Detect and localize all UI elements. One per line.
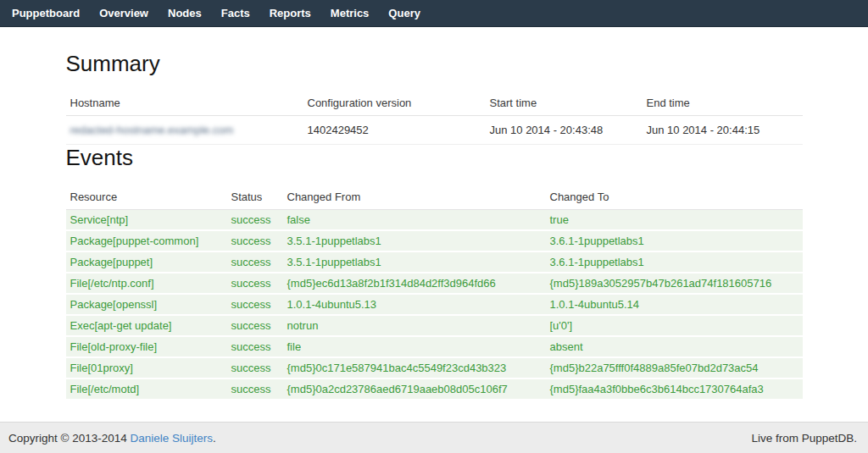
event-row: File[/etc/motd] success {md5}0a2cd23786a… <box>66 378 803 400</box>
event-row: File[01proxy] success {md5}0c171e587941b… <box>66 357 803 378</box>
event-status: success <box>227 294 283 315</box>
event-row: Exec[apt-get update] success notrun [u'0… <box>66 315 803 336</box>
event-resource: Service[ntp] <box>66 210 227 231</box>
nav-item-overview[interactable]: Overview <box>99 7 148 19</box>
event-changed-from: 3.5.1-1puppetlabs1 <box>283 230 546 251</box>
event-changed-to: {md5}b22a75fff0f4889a85fe07bd2d73ac54 <box>546 357 803 378</box>
event-resource: File[/etc/ntp.conf] <box>66 273 227 294</box>
event-resource: Package[puppet-common] <box>66 230 227 251</box>
summary-table: Hostname Configuration version Start tim… <box>66 92 803 145</box>
event-changed-from: {md5}ec6d13a8f2b1f314d84d2ff3d964fd66 <box>283 273 546 294</box>
event-status: success <box>227 378 283 400</box>
events-col-resource: Resource <box>66 186 227 210</box>
event-changed-from: notrun <box>283 315 546 336</box>
copyright-text: Copyright © 2013-2014 <box>8 432 131 445</box>
page-footer: Copyright © 2013-2014 Daniele Sluijters.… <box>0 422 868 453</box>
event-row: Service[ntp] success false true <box>66 210 803 231</box>
event-changed-to: [u'0'] <box>546 315 803 336</box>
events-heading: Events <box>66 145 803 171</box>
summary-end-time: Jun 10 2014 - 20:44:15 <box>643 116 803 145</box>
events-col-status: Status <box>227 186 283 210</box>
brand-puppetboard[interactable]: Puppetboard <box>12 7 80 19</box>
event-resource: Exec[apt-get update] <box>66 315 227 336</box>
summary-start-time: Jun 10 2014 - 20:43:48 <box>486 116 643 145</box>
event-row: File[old-proxy-file] success file absent <box>66 336 803 357</box>
event-changed-from: false <box>283 210 546 231</box>
event-resource: Package[openssl] <box>66 294 227 315</box>
event-row: Package[openssl] success 1.0.1-4ubuntu5.… <box>66 294 803 315</box>
nav-item-facts[interactable]: Facts <box>221 7 250 19</box>
summary-row: redacted-hostname.example.com 1402429452… <box>66 116 803 145</box>
event-changed-to: 3.6.1-1puppetlabs1 <box>546 230 803 251</box>
nav-item-query[interactable]: Query <box>388 7 420 19</box>
copyright-period: . <box>213 432 216 445</box>
event-status: success <box>227 230 283 251</box>
summary-hostname-cell: redacted-hostname.example.com <box>66 116 303 145</box>
summary-heading: Summary <box>66 51 803 77</box>
event-resource: File[old-proxy-file] <box>66 336 227 357</box>
event-changed-to: {md5}189a3052957b47b261ad74f181605716 <box>546 273 803 294</box>
event-changed-to: 3.6.1-1puppetlabs1 <box>546 251 803 273</box>
event-status: success <box>227 251 283 273</box>
event-row: File[/etc/ntp.conf] success {md5}ec6d13a… <box>66 273 803 294</box>
event-changed-to: {md5}faa4a3f0bbe6c3b614bcc1730764afa3 <box>546 378 803 400</box>
event-row: Package[puppet-common] success 3.5.1-1pu… <box>66 230 803 251</box>
nav-item-nodes[interactable]: Nodes <box>168 7 202 19</box>
footer-copyright: Copyright © 2013-2014 Daniele Sluijters. <box>8 432 216 445</box>
author-link[interactable]: Daniele Sluijters <box>131 432 214 445</box>
event-changed-from: file <box>283 336 546 357</box>
event-changed-from: 3.5.1-1puppetlabs1 <box>283 251 546 273</box>
event-changed-from: 1.0.1-4ubuntu5.13 <box>283 294 546 315</box>
event-changed-to: absent <box>546 336 803 357</box>
summary-col-end-time: End time <box>643 92 803 116</box>
summary-col-start-time: Start time <box>486 92 643 116</box>
event-status: success <box>227 315 283 336</box>
event-status: success <box>227 357 283 378</box>
event-resource: File[/etc/motd] <box>66 378 227 400</box>
main-content: Summary Hostname Configuration version S… <box>0 27 868 422</box>
event-resource: File[01proxy] <box>66 357 227 378</box>
event-resource: Package[puppet] <box>66 251 227 273</box>
footer-status: Live from PuppetDB. <box>751 432 857 445</box>
events-table: Resource Status Changed From Changed To … <box>66 186 803 401</box>
hostname-link-blurred[interactable]: redacted-hostname.example.com <box>70 124 234 136</box>
events-col-changed-to: Changed To <box>546 186 803 210</box>
summary-config-version: 1402429452 <box>303 116 486 145</box>
event-changed-from: {md5}0a2cd23786aed6719aaeb08d05c106f7 <box>283 378 546 400</box>
top-navbar: Puppetboard Overview Nodes Facts Reports… <box>0 0 868 27</box>
summary-col-hostname: Hostname <box>66 92 303 116</box>
summary-col-config-version: Configuration version <box>303 92 486 116</box>
event-row: Package[puppet] success 3.5.1-1puppetlab… <box>66 251 803 273</box>
event-changed-to: true <box>546 210 803 231</box>
events-col-changed-from: Changed From <box>283 186 546 210</box>
event-status: success <box>227 273 283 294</box>
nav-item-reports[interactable]: Reports <box>270 7 311 19</box>
nav-item-metrics[interactable]: Metrics <box>331 7 370 19</box>
event-changed-from: {md5}0c171e587941bac4c5549f23cd43b323 <box>283 357 546 378</box>
event-status: success <box>227 336 283 357</box>
event-status: success <box>227 210 283 231</box>
event-changed-to: 1.0.1-4ubuntu5.14 <box>546 294 803 315</box>
